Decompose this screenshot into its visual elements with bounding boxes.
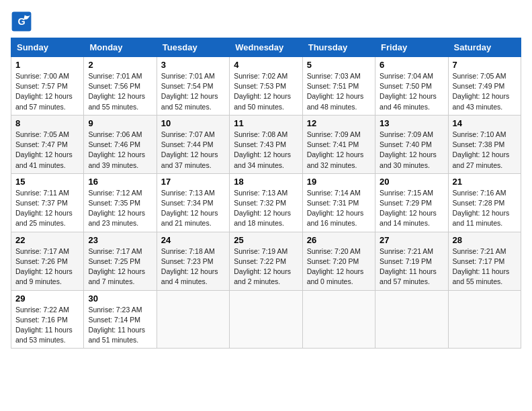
day-info: Sunrise: 7:01 AM Sunset: 7:54 PM Dayligh… (161, 71, 225, 112)
day-number: 19 (307, 177, 371, 187)
day-number: 23 (88, 235, 152, 245)
day-number: 24 (161, 235, 225, 245)
week-row-2: 8Sunrise: 7:05 AM Sunset: 7:47 PM Daylig… (11, 115, 521, 173)
calendar-cell: 16Sunrise: 7:12 AM Sunset: 7:35 PM Dayli… (84, 173, 157, 232)
day-info: Sunrise: 7:16 AM Sunset: 7:28 PM Dayligh… (453, 188, 517, 229)
calendar-cell: 1Sunrise: 7:00 AM Sunset: 7:57 PM Daylig… (11, 57, 84, 116)
calendar-table: SundayMondayTuesdayWednesdayThursdayFrid… (11, 38, 521, 349)
day-number: 13 (380, 118, 443, 128)
day-info: Sunrise: 7:07 AM Sunset: 7:44 PM Dayligh… (161, 130, 225, 171)
day-number: 28 (453, 235, 517, 245)
day-info: Sunrise: 7:09 AM Sunset: 7:40 PM Dayligh… (380, 130, 443, 171)
calendar-cell: 19Sunrise: 7:14 AM Sunset: 7:31 PM Dayli… (302, 173, 375, 232)
day-number: 8 (15, 118, 79, 128)
calendar-cell: 23Sunrise: 7:17 AM Sunset: 7:25 PM Dayli… (84, 232, 157, 290)
calendar-cell: 6Sunrise: 7:04 AM Sunset: 7:50 PM Daylig… (375, 57, 448, 116)
logo: G (11, 11, 35, 32)
weekday-header-sunday: Sunday (11, 38, 84, 57)
day-number: 15 (15, 177, 79, 187)
week-row-3: 15Sunrise: 7:11 AM Sunset: 7:37 PM Dayli… (11, 173, 521, 232)
calendar-cell: 4Sunrise: 7:02 AM Sunset: 7:53 PM Daylig… (230, 57, 302, 116)
day-number: 25 (234, 235, 298, 245)
day-info: Sunrise: 7:18 AM Sunset: 7:23 PM Dayligh… (161, 246, 225, 287)
day-number: 10 (161, 118, 225, 128)
day-number: 1 (15, 60, 79, 70)
weekday-header-tuesday: Tuesday (157, 38, 229, 57)
day-number: 9 (88, 118, 152, 128)
day-number: 21 (453, 177, 517, 187)
calendar-cell: 7Sunrise: 7:05 AM Sunset: 7:49 PM Daylig… (448, 57, 521, 116)
day-info: Sunrise: 7:06 AM Sunset: 7:46 PM Dayligh… (88, 130, 152, 171)
day-info: Sunrise: 7:09 AM Sunset: 7:41 PM Dayligh… (307, 130, 371, 171)
weekday-header-saturday: Saturday (448, 38, 521, 57)
day-number: 16 (88, 177, 152, 187)
day-number: 14 (453, 118, 517, 128)
day-info: Sunrise: 7:21 AM Sunset: 7:17 PM Dayligh… (453, 246, 517, 287)
calendar-cell: 26Sunrise: 7:20 AM Sunset: 7:20 PM Dayli… (302, 232, 375, 290)
day-number: 29 (15, 293, 79, 304)
day-number: 30 (88, 293, 152, 304)
day-number: 27 (380, 235, 443, 245)
calendar-cell (448, 290, 521, 349)
day-info: Sunrise: 7:03 AM Sunset: 7:51 PM Dayligh… (307, 71, 371, 112)
weekday-header-row: SundayMondayTuesdayWednesdayThursdayFrid… (11, 38, 521, 57)
day-info: Sunrise: 7:10 AM Sunset: 7:38 PM Dayligh… (453, 130, 517, 171)
calendar-cell: 12Sunrise: 7:09 AM Sunset: 7:41 PM Dayli… (302, 115, 375, 173)
calendar-cell (302, 290, 375, 349)
day-info: Sunrise: 7:21 AM Sunset: 7:19 PM Dayligh… (380, 246, 443, 287)
day-info: Sunrise: 7:14 AM Sunset: 7:31 PM Dayligh… (307, 188, 371, 229)
calendar-cell: 21Sunrise: 7:16 AM Sunset: 7:28 PM Dayli… (448, 173, 521, 232)
header: G (11, 11, 521, 32)
calendar-cell: 14Sunrise: 7:10 AM Sunset: 7:38 PM Dayli… (448, 115, 521, 173)
day-number: 5 (307, 60, 371, 70)
day-info: Sunrise: 7:13 AM Sunset: 7:34 PM Dayligh… (161, 188, 225, 229)
day-info: Sunrise: 7:20 AM Sunset: 7:20 PM Dayligh… (307, 246, 371, 287)
calendar-cell: 28Sunrise: 7:21 AM Sunset: 7:17 PM Dayli… (448, 232, 521, 290)
calendar-cell: 11Sunrise: 7:08 AM Sunset: 7:43 PM Dayli… (230, 115, 302, 173)
day-number: 6 (380, 60, 443, 70)
calendar-cell: 8Sunrise: 7:05 AM Sunset: 7:47 PM Daylig… (11, 115, 84, 173)
weekday-header-friday: Friday (375, 38, 448, 57)
day-number: 20 (380, 177, 443, 187)
day-number: 7 (453, 60, 517, 70)
calendar-cell: 13Sunrise: 7:09 AM Sunset: 7:40 PM Dayli… (375, 115, 448, 173)
day-info: Sunrise: 7:19 AM Sunset: 7:22 PM Dayligh… (234, 246, 298, 287)
day-info: Sunrise: 7:17 AM Sunset: 7:26 PM Dayligh… (15, 246, 79, 287)
calendar-cell: 15Sunrise: 7:11 AM Sunset: 7:37 PM Dayli… (11, 173, 84, 232)
day-info: Sunrise: 7:01 AM Sunset: 7:56 PM Dayligh… (88, 71, 152, 112)
calendar-cell: 24Sunrise: 7:18 AM Sunset: 7:23 PM Dayli… (157, 232, 229, 290)
week-row-4: 22Sunrise: 7:17 AM Sunset: 7:26 PM Dayli… (11, 232, 521, 290)
week-row-1: 1Sunrise: 7:00 AM Sunset: 7:57 PM Daylig… (11, 57, 521, 116)
day-info: Sunrise: 7:08 AM Sunset: 7:43 PM Dayligh… (234, 130, 298, 171)
day-info: Sunrise: 7:12 AM Sunset: 7:35 PM Dayligh… (88, 188, 152, 229)
day-number: 18 (234, 177, 298, 187)
day-number: 2 (88, 60, 152, 70)
calendar-cell: 20Sunrise: 7:15 AM Sunset: 7:29 PM Dayli… (375, 173, 448, 232)
calendar-cell: 5Sunrise: 7:03 AM Sunset: 7:51 PM Daylig… (302, 57, 375, 116)
calendar-cell (375, 290, 448, 349)
weekday-header-monday: Monday (84, 38, 157, 57)
calendar-cell: 17Sunrise: 7:13 AM Sunset: 7:34 PM Dayli… (157, 173, 229, 232)
calendar-cell: 9Sunrise: 7:06 AM Sunset: 7:46 PM Daylig… (84, 115, 157, 173)
day-info: Sunrise: 7:02 AM Sunset: 7:53 PM Dayligh… (234, 71, 298, 112)
weekday-header-thursday: Thursday (302, 38, 375, 57)
calendar-cell: 18Sunrise: 7:13 AM Sunset: 7:32 PM Dayli… (230, 173, 302, 232)
calendar-cell: 27Sunrise: 7:21 AM Sunset: 7:19 PM Dayli… (375, 232, 448, 290)
day-info: Sunrise: 7:15 AM Sunset: 7:29 PM Dayligh… (380, 188, 443, 229)
calendar-cell: 2Sunrise: 7:01 AM Sunset: 7:56 PM Daylig… (84, 57, 157, 116)
calendar-cell: 10Sunrise: 7:07 AM Sunset: 7:44 PM Dayli… (157, 115, 229, 173)
calendar-cell: 25Sunrise: 7:19 AM Sunset: 7:22 PM Dayli… (230, 232, 302, 290)
day-number: 11 (234, 118, 298, 128)
calendar-cell (230, 290, 302, 349)
week-row-5: 29Sunrise: 7:22 AM Sunset: 7:16 PM Dayli… (11, 290, 521, 349)
day-info: Sunrise: 7:23 AM Sunset: 7:14 PM Dayligh… (88, 305, 152, 346)
day-info: Sunrise: 7:22 AM Sunset: 7:16 PM Dayligh… (15, 305, 79, 346)
day-number: 26 (307, 235, 371, 245)
calendar-cell: 29Sunrise: 7:22 AM Sunset: 7:16 PM Dayli… (11, 290, 84, 349)
calendar-cell: 30Sunrise: 7:23 AM Sunset: 7:14 PM Dayli… (84, 290, 157, 349)
day-number: 4 (234, 60, 298, 70)
day-info: Sunrise: 7:05 AM Sunset: 7:49 PM Dayligh… (453, 71, 517, 112)
calendar-cell: 3Sunrise: 7:01 AM Sunset: 7:54 PM Daylig… (157, 57, 229, 116)
day-info: Sunrise: 7:11 AM Sunset: 7:37 PM Dayligh… (15, 188, 79, 229)
logo-icon: G (11, 11, 32, 32)
